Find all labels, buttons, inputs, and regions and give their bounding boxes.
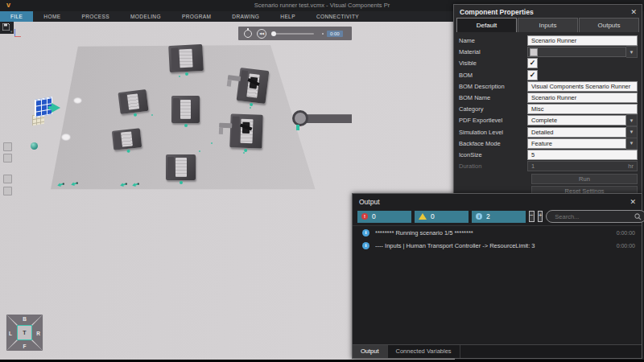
property-control: Complete▼: [527, 116, 638, 125]
ribbon-tab-help[interactable]: HELP: [270, 11, 306, 22]
chevron-down-icon[interactable]: ▼: [626, 114, 638, 126]
view-cube-center-face[interactable]: T: [17, 325, 32, 340]
close-icon[interactable]: ✕: [630, 8, 637, 16]
view-cube[interactable]: T B L R F: [6, 314, 43, 352]
save-dropdown-caret[interactable]: ▾: [10, 29, 13, 34]
property-label: Material: [459, 48, 527, 56]
warning-icon: [419, 213, 427, 220]
collapse-button[interactable]: −: [529, 211, 535, 222]
bom-description-field[interactable]: Visual Components Scenario Runner: [527, 81, 638, 92]
robot-arm: [249, 76, 258, 88]
ribbon-tab-connectivity[interactable]: CONNECTIVITY: [306, 11, 369, 22]
ribbon-tab-program[interactable]: PROGRAM: [171, 11, 221, 22]
property-label: Name: [459, 37, 527, 44]
view-cube-label-front: F: [23, 343, 27, 349]
iconsize-field[interactable]: 5: [527, 150, 638, 160]
log-row[interactable]: i---- Inputs | Human Transport Controlle…: [353, 239, 642, 252]
machine-component[interactable]: [237, 68, 270, 104]
search-icon: [634, 213, 642, 220]
property-row: NameScenario Runner: [459, 35, 638, 46]
property-label: Simulation Level: [459, 129, 527, 136]
tab-output[interactable]: Output: [353, 345, 388, 358]
search-input[interactable]: [553, 212, 634, 221]
robot-arm: [242, 122, 250, 134]
visible-checkbox[interactable]: ✓: [527, 58, 538, 68]
properties-tab-bar: DefaultInputsOutputs: [454, 18, 642, 32]
property-label: BOM Name: [459, 94, 527, 101]
chevron-down-icon[interactable]: ▼: [626, 46, 638, 58]
teal-sphere-marker[interactable]: [31, 142, 38, 150]
log-timestamp: 0:00:00: [617, 243, 635, 249]
expand-button[interactable]: +: [538, 211, 543, 222]
machine-component[interactable]: [118, 89, 148, 114]
machine-component[interactable]: [166, 154, 196, 180]
chevron-down-icon[interactable]: ▼: [626, 138, 638, 150]
sim-reset-button[interactable]: ◀◀: [257, 29, 266, 39]
property-label: Backface Mode: [459, 140, 527, 147]
property-control: 5: [527, 150, 638, 159]
info-icon: i: [362, 229, 369, 237]
tab-default[interactable]: Default: [456, 18, 517, 32]
ribbon-tab-modeling[interactable]: MODELING: [120, 11, 171, 22]
bom-checkbox[interactable]: ✓: [527, 70, 538, 80]
duration-field: 1hr: [527, 161, 638, 171]
machine-component[interactable]: [171, 96, 200, 123]
simulation-level-field[interactable]: Detailed: [527, 127, 626, 138]
machine-component[interactable]: [112, 128, 142, 150]
view-cube-label-back: B: [23, 316, 27, 322]
ribbon-tab-home[interactable]: HOME: [33, 11, 71, 22]
sim-time-display: 0:00: [327, 31, 343, 37]
slider-knob[interactable]: [271, 31, 276, 36]
machine-marker-dot: [180, 181, 183, 184]
log-row[interactable]: i******** Running scenario 1/5 ********0…: [353, 226, 642, 239]
pdf-exportlevel-field[interactable]: Complete: [527, 115, 626, 125]
sim-speed-slider[interactable]: [272, 33, 314, 35]
machine-work-area: [175, 158, 187, 176]
ribbon-tab-drawing[interactable]: DRAWING: [221, 11, 270, 22]
property-label: IconSize: [459, 151, 527, 158]
property-control: ✓: [527, 59, 638, 68]
viewport-tool-icon[interactable]: [3, 154, 12, 162]
property-control: 1hr: [527, 162, 638, 171]
property-control: Scenario Runner: [527, 36, 638, 46]
quick-access-toolbar: ▾: [0, 22, 14, 34]
warning-filter-button[interactable]: 0: [415, 211, 469, 223]
viewport-tool-icon[interactable]: [3, 187, 12, 195]
machine-work-area: [127, 93, 140, 110]
save-icon[interactable]: [2, 23, 10, 31]
ribbon-tab-file[interactable]: FILE: [0, 11, 33, 22]
machine-component[interactable]: [229, 113, 262, 148]
chevron-down-icon[interactable]: ▼: [626, 126, 638, 138]
property-row: IconSize5: [459, 150, 638, 160]
close-icon[interactable]: ✕: [630, 198, 636, 206]
output-title: Output: [359, 198, 630, 206]
info-filter-button[interactable]: i2: [472, 211, 526, 223]
floor-spot-marker: [61, 134, 71, 141]
tab-inputs[interactable]: Inputs: [518, 18, 578, 32]
property-row: BOM✓: [459, 70, 638, 80]
viewport-tool-icon[interactable]: [3, 175, 12, 183]
backface-mode-field[interactable]: Feature: [527, 138, 626, 149]
component-properties-panel: Component Properties ✕ DefaultInputsOutp…: [453, 4, 642, 195]
search-box[interactable]: [546, 210, 644, 223]
machine-component[interactable]: [168, 44, 204, 72]
conveyor-end-wheel[interactable]: [292, 110, 308, 126]
property-label: BOM: [459, 72, 527, 79]
property-control: ▼: [527, 47, 638, 57]
category-field[interactable]: Misc: [527, 104, 638, 114]
error-filter-button[interactable]: !0: [357, 211, 411, 223]
tab-outputs[interactable]: Outputs: [579, 18, 639, 32]
ribbon-tab-process[interactable]: PROCESS: [71, 11, 120, 22]
bom-name-field[interactable]: Scenario Runner: [527, 93, 638, 103]
log-message: ******** Running scenario 1/5 ********: [375, 229, 611, 237]
tab-connected-variables[interactable]: Connected Variables: [388, 345, 460, 358]
material-dropdown[interactable]: [527, 47, 626, 57]
name-field[interactable]: Scenario Runner: [527, 35, 638, 46]
viewport-tool-icon[interactable]: [3, 142, 12, 151]
sim-divider-dot: [322, 33, 324, 35]
run-button: Run: [531, 174, 638, 184]
panel-title: Component Properties: [460, 8, 630, 16]
property-row: Simulation LevelDetailed▼: [459, 127, 638, 138]
property-row: BOM NameScenario Runner: [459, 93, 638, 103]
sim-clock-icon[interactable]: [244, 30, 252, 38]
